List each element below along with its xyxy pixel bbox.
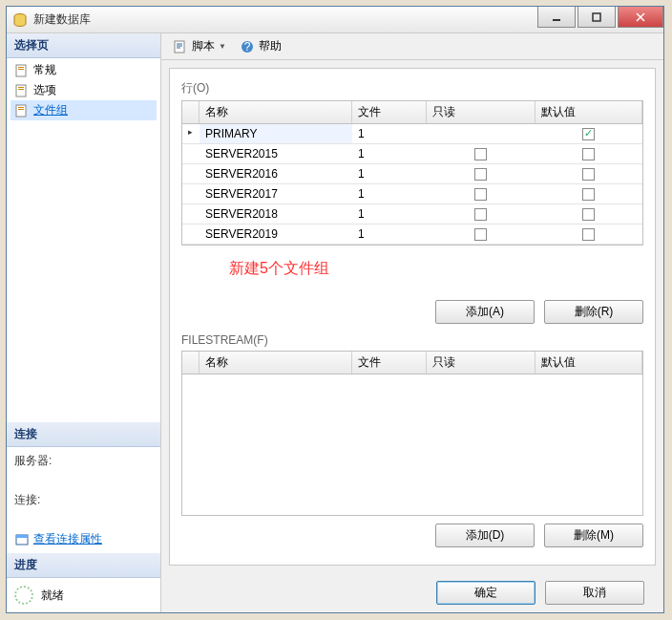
cell-default[interactable] bbox=[536, 204, 642, 224]
svg-rect-3 bbox=[16, 65, 26, 76]
cell-default[interactable] bbox=[536, 124, 642, 143]
cell-readonly[interactable] bbox=[427, 184, 536, 203]
cell-file[interactable]: 1 bbox=[352, 164, 427, 183]
cell-file[interactable]: 1 bbox=[352, 124, 427, 143]
connection-value bbox=[14, 510, 153, 524]
cell-readonly[interactable] bbox=[427, 224, 536, 244]
sidebar-item-label: 常规 bbox=[33, 62, 56, 78]
main-area: 脚本 ▼ ? 帮助 行(O) 名称 文件 只读 默认值 bbox=[161, 33, 663, 612]
col-readonly[interactable]: 只读 bbox=[427, 101, 536, 123]
dialog-buttons: 确定 取消 bbox=[161, 573, 663, 612]
filestream-buttons: 添加(D) 删除(M) bbox=[181, 524, 643, 547]
cell-default[interactable] bbox=[536, 164, 642, 183]
checkbox[interactable] bbox=[474, 208, 487, 221]
cell-default[interactable] bbox=[536, 184, 642, 203]
checkbox[interactable] bbox=[582, 148, 595, 160]
col-default[interactable]: 默认值 bbox=[536, 101, 642, 123]
cell-name[interactable]: SERVER2017 bbox=[200, 184, 352, 203]
cell-file[interactable]: 1 bbox=[352, 204, 427, 224]
content-area: 选择页 常规 选项 文件组 连接 服务器: 连 bbox=[7, 33, 663, 612]
col-file[interactable]: 文件 bbox=[352, 352, 427, 374]
annotation-text: 新建5个文件组 bbox=[229, 259, 643, 279]
sidebar-item-general[interactable]: 常规 bbox=[10, 60, 157, 80]
sidebar-item-label: 文件组 bbox=[33, 102, 68, 118]
help-button[interactable]: ? 帮助 bbox=[236, 36, 285, 56]
table-row[interactable]: SERVER20191 bbox=[182, 224, 642, 245]
sidebar: 选择页 常规 选项 文件组 连接 服务器: 连 bbox=[7, 33, 161, 612]
add-row-button[interactable]: 添加(A) bbox=[435, 300, 535, 324]
svg-rect-11 bbox=[18, 109, 24, 110]
table-row[interactable]: SERVER20181 bbox=[182, 204, 642, 224]
server-value bbox=[14, 471, 153, 484]
grid-body: ▸PRIMARY1SERVER20151SERVER20161SERVER201… bbox=[182, 124, 642, 245]
spinner-icon bbox=[14, 586, 33, 605]
checkbox[interactable] bbox=[582, 168, 595, 181]
col-default[interactable]: 默认值 bbox=[536, 352, 642, 374]
svg-rect-14 bbox=[175, 41, 184, 53]
toolbar-label: 帮助 bbox=[259, 38, 282, 54]
svg-rect-7 bbox=[18, 87, 24, 88]
svg-rect-2 bbox=[593, 13, 600, 21]
svg-rect-9 bbox=[16, 105, 26, 117]
sidebar-item-options[interactable]: 选项 bbox=[10, 80, 157, 100]
close-button[interactable] bbox=[618, 7, 663, 28]
cell-name[interactable]: SERVER2019 bbox=[200, 224, 352, 244]
page-icon bbox=[14, 63, 30, 78]
toolbar-label: 脚本 bbox=[192, 38, 215, 54]
delete-row-button[interactable]: 删除(R) bbox=[544, 300, 643, 324]
rows-grid: 名称 文件 只读 默认值 ▸PRIMARY1SERVER20151SERVER2… bbox=[181, 100, 643, 246]
checkbox[interactable] bbox=[474, 148, 487, 160]
svg-rect-8 bbox=[18, 89, 24, 90]
page-icon bbox=[14, 103, 30, 118]
grid-header: 名称 文件 只读 默认值 bbox=[182, 101, 642, 124]
checkbox[interactable] bbox=[474, 188, 487, 201]
table-row[interactable]: SERVER20161 bbox=[182, 164, 642, 184]
connection-body: 服务器: 连接: 查看连接属性 bbox=[7, 447, 160, 553]
table-row[interactable]: SERVER20171 bbox=[182, 184, 642, 204]
script-button[interactable]: 脚本 ▼ bbox=[169, 36, 230, 56]
col-file[interactable]: 文件 bbox=[352, 101, 427, 123]
cell-name[interactable]: PRIMARY bbox=[200, 124, 352, 143]
page-icon bbox=[14, 83, 30, 98]
svg-rect-13 bbox=[16, 535, 28, 538]
sidebar-item-filegroups[interactable]: 文件组 bbox=[10, 100, 157, 120]
checkbox[interactable] bbox=[582, 188, 595, 201]
add-filestream-button[interactable]: 添加(D) bbox=[435, 524, 535, 547]
cell-file[interactable]: 1 bbox=[352, 144, 427, 163]
cell-readonly[interactable] bbox=[427, 204, 536, 224]
checkbox[interactable] bbox=[582, 128, 595, 140]
maximize-button[interactable] bbox=[578, 7, 616, 28]
col-readonly[interactable]: 只读 bbox=[427, 352, 536, 374]
checkbox[interactable] bbox=[582, 208, 595, 221]
svg-text:?: ? bbox=[244, 40, 251, 53]
cell-file[interactable]: 1 bbox=[352, 184, 427, 203]
page-list: 常规 选项 文件组 bbox=[7, 58, 160, 122]
table-row[interactable]: ▸PRIMARY1 bbox=[182, 124, 642, 144]
connection-label: 连接: bbox=[14, 492, 153, 508]
filestream-label: FILESTREAM(F) bbox=[181, 333, 643, 347]
checkbox[interactable] bbox=[474, 228, 487, 241]
delete-filestream-button[interactable]: 删除(M) bbox=[544, 524, 643, 547]
ok-button[interactable]: 确定 bbox=[436, 581, 536, 605]
cell-name[interactable]: SERVER2018 bbox=[200, 204, 352, 224]
table-row[interactable]: SERVER20151 bbox=[182, 144, 642, 164]
cell-name[interactable]: SERVER2016 bbox=[200, 164, 352, 183]
minimize-button[interactable] bbox=[537, 7, 576, 28]
cell-default[interactable] bbox=[536, 144, 642, 163]
checkbox[interactable] bbox=[582, 228, 595, 241]
col-name[interactable]: 名称 bbox=[200, 352, 352, 374]
cell-file[interactable]: 1 bbox=[352, 224, 427, 244]
titlebar: 新建数据库 bbox=[7, 7, 663, 33]
cell-readonly[interactable] bbox=[427, 124, 536, 143]
cancel-button[interactable]: 取消 bbox=[545, 581, 644, 605]
cell-readonly[interactable] bbox=[427, 164, 536, 183]
cell-name[interactable]: SERVER2015 bbox=[200, 144, 352, 163]
col-name[interactable]: 名称 bbox=[200, 101, 352, 123]
filestream-grid: 名称 文件 只读 默认值 bbox=[181, 351, 643, 516]
view-connection-props-link[interactable]: 查看连接属性 bbox=[14, 531, 153, 547]
script-icon bbox=[173, 39, 188, 54]
cell-readonly[interactable] bbox=[427, 144, 536, 163]
checkbox[interactable] bbox=[474, 168, 487, 181]
svg-rect-4 bbox=[18, 67, 24, 68]
cell-default[interactable] bbox=[536, 224, 642, 244]
